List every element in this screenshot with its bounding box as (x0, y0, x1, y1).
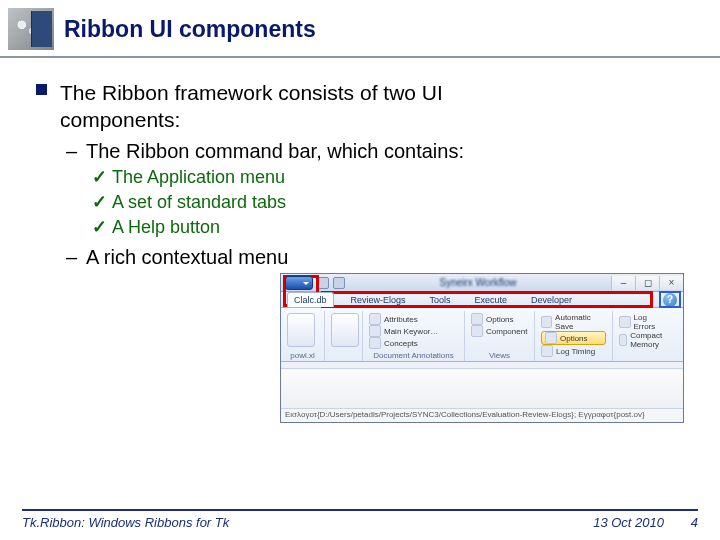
slide-body: The Ribbon framework consists of two UI … (0, 58, 720, 423)
document-area (281, 368, 683, 408)
bullet-level2: The Ribbon command bar, which contains: (30, 138, 690, 165)
ribbon-group: powl.xl (281, 311, 325, 361)
qat-icon[interactable] (333, 277, 345, 289)
ribbon-screenshot: Syneirx Workflow – ◻ × Clalc.db Review-E… (280, 273, 684, 423)
ribbon-item[interactable]: Options (471, 313, 528, 325)
group-label: powl.xl (287, 351, 318, 361)
slide-header: Ribbon UI components (0, 0, 720, 56)
options-icon (471, 313, 483, 325)
group-label: Document Annotations (369, 351, 458, 361)
ribbon-item[interactable]: Compact Memory (619, 331, 669, 349)
timing-icon (541, 345, 553, 357)
ribbon-item[interactable]: Component (471, 325, 528, 337)
window-controls: – ◻ × (611, 276, 683, 290)
bullet1-line1: The Ribbon framework consists of two UI (60, 81, 443, 104)
ribbon-big-button[interactable] (287, 313, 315, 347)
bullet-level3-check: A set of standard tabs (30, 190, 690, 215)
logo-image (8, 8, 54, 50)
concept-icon (369, 337, 381, 349)
slide-footer: Tk.Ribbon: Windows Ribbons for Tk 13 Oct… (0, 509, 720, 530)
ribbon-group: Attributes Main Keywor… Concepts Documen… (363, 311, 465, 361)
window-titlebar: Syneirx Workflow – ◻ × (281, 274, 683, 292)
bullet-level3-check: The Application menu (30, 165, 690, 190)
ribbon-tab[interactable]: Clalc.db (287, 292, 334, 307)
minimize-button[interactable]: – (611, 276, 635, 290)
ribbon-group: Automatic Save Options Log Timing (535, 311, 613, 361)
component-icon (471, 325, 483, 337)
ribbon-item[interactable]: Main Keywor… (369, 325, 458, 337)
maximize-button[interactable]: ◻ (635, 276, 659, 290)
save-icon (541, 316, 552, 328)
slide: Ribbon UI components The Ribbon framewor… (0, 0, 720, 540)
ribbon-tab[interactable]: Execute (468, 292, 515, 307)
ribbon-group: Options Component Views (465, 311, 535, 361)
group-label: Views (471, 351, 528, 361)
window-title: Syneirx Workflow (345, 277, 611, 288)
bullet1-line2: components: (60, 107, 690, 134)
footer-date: 13 Oct 2010 (593, 515, 664, 530)
group-label (619, 351, 669, 361)
footer-row: Tk.Ribbon: Windows Ribbons for Tk 13 Oct… (22, 515, 698, 530)
ribbon-tab[interactable]: Developer (524, 292, 579, 307)
keyword-icon (369, 325, 381, 337)
slide-title: Ribbon UI components (64, 16, 316, 43)
ribbon-tab[interactable]: Tools (423, 292, 458, 307)
group-label (541, 357, 606, 367)
bullet-level1: The Ribbon framework consists of two UI … (30, 80, 690, 134)
ribbon-item[interactable]: Concepts (369, 337, 458, 349)
ribbon-group (325, 311, 363, 361)
bullet-level2: A rich contextual menu (30, 244, 690, 271)
ribbon-group: Log Errors Compact Memory (613, 311, 675, 361)
compact-icon (619, 334, 627, 346)
ribbon-item[interactable]: Automatic Save (541, 313, 606, 331)
footer-left: Tk.Ribbon: Windows Ribbons for Tk (22, 515, 229, 530)
ribbon-item[interactable]: Attributes (369, 313, 458, 325)
footer-rule (22, 509, 698, 511)
options-icon (545, 332, 557, 344)
help-icon[interactable]: ? (663, 293, 677, 307)
footer-page-number: 4 (680, 515, 698, 530)
ribbon-item-highlighted[interactable]: Options (541, 331, 606, 345)
square-bullet-icon (36, 84, 47, 95)
ribbon-big-button[interactable] (331, 313, 359, 347)
log-icon (619, 316, 631, 328)
bullet-level3-check: A Help button (30, 215, 690, 240)
ribbon-item[interactable]: Log Errors (619, 313, 669, 331)
ribbon-item[interactable]: Log Timing (541, 345, 606, 357)
status-bar: Εισλογοτ{D:/Users/petadis/Projects/SYNC3… (281, 408, 683, 422)
ribbon-tab-bar: Clalc.db Review-Elogs Tools Execute Deve… (281, 292, 683, 308)
ribbon-command-bar: powl.xl Attributes Main Keywor… Concepts… (281, 308, 683, 362)
application-menu-button[interactable] (285, 276, 313, 290)
attribute-icon (369, 313, 381, 325)
qat-icon[interactable] (317, 277, 329, 289)
group-label (331, 351, 356, 361)
ribbon-tab[interactable]: Review-Elogs (344, 292, 413, 307)
close-button[interactable]: × (659, 276, 683, 290)
quick-access-toolbar (317, 277, 345, 289)
